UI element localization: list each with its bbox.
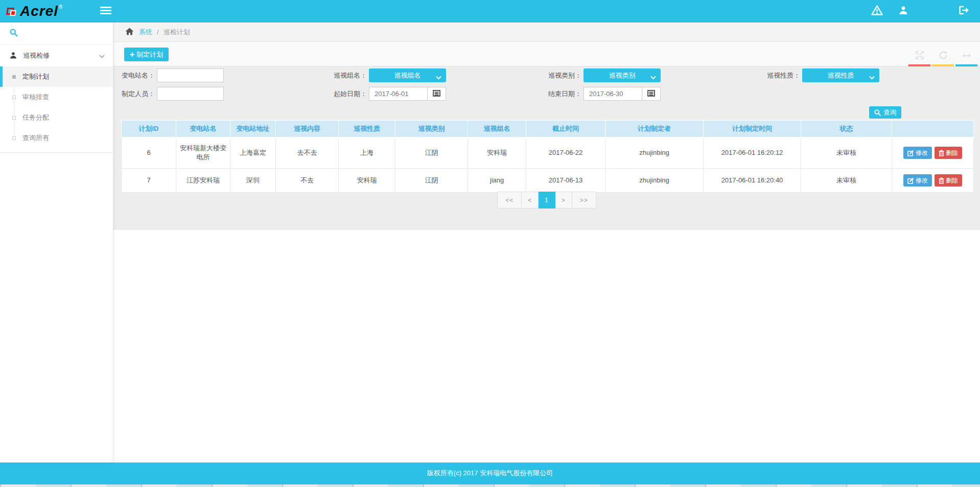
sidebar-item-custom-plan[interactable]: 定制计划 xyxy=(0,66,113,87)
cell-group: jiang xyxy=(468,169,526,193)
col-actions xyxy=(892,121,974,137)
nature-dropdown[interactable]: 巡视性质 xyxy=(802,68,879,82)
cell-deadline: 2017-06-13 xyxy=(526,169,605,193)
cell-actions: 修改 删除 xyxy=(892,137,974,169)
main-content: 系统 / 巡检计划 + 制定计划 xyxy=(113,22,980,462)
create-plan-button[interactable]: + 制定计划 xyxy=(124,48,169,61)
filter-and-table-section: 变电站名： 巡视组名： 巡视组名 巡视类别： 巡视类别 xyxy=(113,66,980,230)
acrel-logo[interactable]: Acrel ® xyxy=(7,4,62,19)
cell-station-name: 江苏安科瑞 xyxy=(176,169,230,193)
layout: 巡视检修 定制计划 审核排查 任务分配 查询所有 xyxy=(0,22,980,462)
col-status: 状态 xyxy=(801,121,892,137)
menu-toggle-icon[interactable] xyxy=(100,7,111,15)
sidebar-item-label: 审核排查 xyxy=(22,92,49,102)
cell-plan-id: 7 xyxy=(122,169,176,193)
tree-bullet-icon xyxy=(12,75,16,79)
expand-panel-button[interactable] xyxy=(908,48,930,66)
account-button[interactable] xyxy=(894,0,913,22)
pagination: << < 1 > >> xyxy=(113,192,980,208)
pagination-first-button[interactable]: << xyxy=(497,192,522,208)
delete-button[interactable]: 删除 xyxy=(935,147,962,159)
end-date-input[interactable]: 2017-06-30 xyxy=(584,87,642,101)
filter-nature: 巡视性质： 巡视性质 xyxy=(760,68,879,82)
nature-label: 巡视性质： xyxy=(760,71,800,80)
creator-input[interactable] xyxy=(157,87,224,101)
pagination-next-button[interactable]: > xyxy=(555,192,572,208)
logout-button[interactable] xyxy=(954,0,973,22)
cell-station-name: 安科瑞新大楼变电所 xyxy=(176,137,230,169)
station-label: 变电站名： xyxy=(115,71,155,80)
creator-label: 制定人员： xyxy=(115,89,155,99)
start-date-picker-button[interactable] xyxy=(428,87,446,101)
cell-actions: 修改 删除 xyxy=(892,169,974,193)
station-input[interactable] xyxy=(157,68,224,82)
sidebar-item-query-all[interactable]: 查询所有 xyxy=(0,128,113,148)
search-icon xyxy=(874,109,881,116)
collapse-panel-button[interactable] xyxy=(955,48,977,66)
cell-category: 江阴 xyxy=(395,137,468,169)
table-row: 6 安科瑞新大楼变电所 上海嘉定 去不去 上海 江阴 安科瑞 2017-06-2… xyxy=(122,137,974,169)
cell-station-address: 深圳 xyxy=(230,169,276,193)
trash-icon xyxy=(939,150,944,156)
sidebar-item-label: 查询所有 xyxy=(22,133,49,143)
cell-plan-id: 6 xyxy=(122,137,176,169)
col-created-time: 计划制定时间 xyxy=(704,121,801,137)
pagination-page-1[interactable]: 1 xyxy=(539,192,555,208)
category-dropdown[interactable]: 巡视类别 xyxy=(584,68,661,82)
home-icon xyxy=(125,28,134,37)
cell-content: 不去 xyxy=(276,169,339,193)
edit-button[interactable]: 修改 xyxy=(903,147,932,159)
chevron-down-icon xyxy=(436,74,441,81)
background-window-strip xyxy=(0,484,980,487)
tree-bullet-icon xyxy=(12,116,16,120)
edit-button[interactable]: 修改 xyxy=(903,174,932,187)
pagination-prev-button[interactable]: < xyxy=(522,192,539,208)
cell-creator: zhujinbing xyxy=(605,169,704,193)
col-category: 巡视类别 xyxy=(395,121,468,137)
filter-group: 巡视组名： 巡视组名 xyxy=(327,68,446,82)
col-station-name: 变电站名 xyxy=(176,121,230,137)
delete-button[interactable]: 删除 xyxy=(935,174,962,187)
toolbar: + 制定计划 xyxy=(113,42,980,66)
edit-button-label: 修改 xyxy=(916,149,928,157)
breadcrumb-current: 巡检计划 xyxy=(164,28,190,37)
edit-icon xyxy=(907,177,914,184)
cell-deadline: 2017-06-22 xyxy=(526,137,605,169)
filter-end-date: 结束日期： 2017-06-30 xyxy=(542,87,661,101)
sidebar-menu-inspection[interactable]: 巡视检修 xyxy=(0,45,113,66)
alerts-button[interactable] xyxy=(868,0,886,22)
search-button[interactable]: 查询 xyxy=(869,106,901,119)
cell-station-address: 上海嘉定 xyxy=(230,137,276,169)
panel-controls xyxy=(907,48,977,66)
start-date-input[interactable]: 2017-06-01 xyxy=(369,87,428,101)
warning-icon xyxy=(871,5,883,17)
col-content: 巡视内容 xyxy=(276,121,339,137)
category-label: 巡视类别： xyxy=(542,71,581,80)
edit-button-label: 修改 xyxy=(916,176,928,185)
col-creator: 计划制定者 xyxy=(605,121,704,137)
nature-dropdown-value: 巡视性质 xyxy=(828,71,854,80)
group-dropdown[interactable]: 巡视组名 xyxy=(369,68,446,82)
breadcrumb-link-system[interactable]: 系统 xyxy=(139,28,152,37)
sidebar-item-task-assign[interactable]: 任务分配 xyxy=(0,107,113,128)
chevron-down-icon xyxy=(869,74,875,81)
breadcrumb-separator: / xyxy=(157,28,159,36)
start-date-label: 起始日期： xyxy=(327,89,367,99)
end-date-picker-button[interactable] xyxy=(642,87,661,101)
acrel-logo-icon xyxy=(7,7,17,17)
calendar-icon xyxy=(647,89,655,98)
sidebar-submenu: 定制计划 审核排查 任务分配 查询所有 xyxy=(0,66,113,153)
sidebar-item-label: 任务分配 xyxy=(22,113,49,122)
filter-creator: 制定人员： xyxy=(115,87,224,101)
sidebar-search[interactable] xyxy=(0,22,113,45)
content-filler xyxy=(113,230,980,462)
end-date-label: 结束日期： xyxy=(542,89,581,99)
sidebar: 巡视检修 定制计划 审核排查 任务分配 查询所有 xyxy=(0,22,113,462)
refresh-panel-button[interactable] xyxy=(932,48,954,66)
sidebar-item-review-check[interactable]: 审核排查 xyxy=(0,87,113,107)
filter-category: 巡视类别： 巡视类别 xyxy=(542,68,661,82)
plans-table: 计划ID 变电站名 变电站地址 巡视内容 巡视性质 巡视类别 巡视组名 截止时间… xyxy=(121,120,974,193)
logo-text: Acrel xyxy=(20,4,58,19)
logout-icon xyxy=(959,6,969,17)
pagination-last-button[interactable]: >> xyxy=(572,192,596,208)
